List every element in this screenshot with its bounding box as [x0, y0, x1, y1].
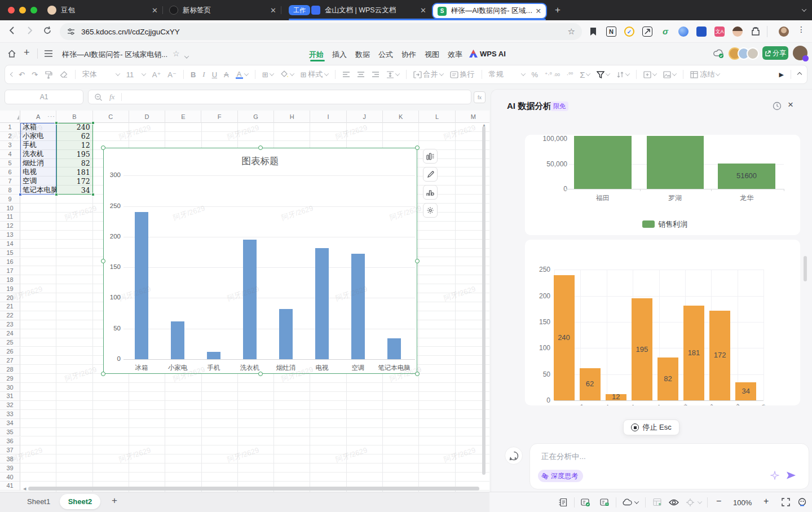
row-header-12[interactable]: 12: [0, 222, 20, 231]
cell-B8[interactable]: 34: [56, 186, 92, 195]
menu-wps-ai[interactable]: WPS AI: [480, 50, 506, 58]
close-tab-icon[interactable]: ✕: [270, 6, 276, 15]
cell-A6[interactable]: 电视: [20, 168, 56, 177]
zoom-out-icon[interactable]: [94, 93, 103, 101]
scroll-left-icon[interactable]: ◀: [23, 487, 26, 491]
bar-福田[interactable]: [574, 136, 632, 189]
outline-icon[interactable]: [558, 498, 567, 507]
align-center-icon[interactable]: [357, 71, 365, 78]
new-tab-button[interactable]: +: [555, 5, 561, 16]
browser-extension-icon[interactable]: [678, 27, 689, 37]
row-header-18[interactable]: 18: [0, 275, 20, 284]
doc-title[interactable]: 样张—AI数据问答- 区域家电销...: [62, 50, 167, 60]
cell-A3[interactable]: 手机: [20, 141, 56, 150]
row-header-39[interactable]: 39: [0, 464, 20, 473]
row-header-8[interactable]: 8: [0, 186, 20, 195]
row-header-15[interactable]: 15: [0, 249, 20, 258]
tab-newtab[interactable]: 新标签页 ✕: [169, 0, 276, 20]
vertical-align-icon[interactable]: [386, 71, 399, 78]
bookmark-extension-icon[interactable]: [588, 27, 598, 37]
home-icon[interactable]: [7, 48, 17, 59]
bar-笔记本电脑[interactable]: [387, 338, 401, 359]
row-header-29[interactable]: 29: [0, 374, 20, 383]
row-header-6[interactable]: 6: [0, 168, 20, 177]
close-tab-icon[interactable]: ✕: [536, 7, 541, 15]
cell-B2[interactable]: 62: [56, 132, 92, 141]
chart-handle[interactable]: [258, 372, 263, 376]
close-tab-icon[interactable]: ✕: [152, 6, 158, 15]
column-header-F[interactable]: F: [202, 111, 238, 123]
bar-小家电[interactable]: [171, 321, 184, 359]
strikethrough-icon[interactable]: A: [224, 70, 229, 79]
forward-icon[interactable]: [24, 25, 35, 36]
row-header-3[interactable]: 3: [0, 141, 20, 150]
selection-handle[interactable]: [91, 121, 95, 125]
toolbar-collapse-left-icon[interactable]: [10, 72, 15, 77]
selection-handle[interactable]: [55, 193, 58, 196]
close-tab-icon[interactable]: ✕: [420, 6, 426, 15]
insert-cells-icon[interactable]: [643, 71, 656, 78]
site-settings-icon[interactable]: [67, 27, 76, 36]
name-box[interactable]: A1: [5, 90, 83, 104]
autosum-icon[interactable]: Σ: [580, 70, 590, 80]
row-header-24[interactable]: 24: [0, 329, 20, 338]
row-header-4[interactable]: 4: [0, 150, 20, 159]
profile-avatar[interactable]: [779, 27, 789, 37]
row-header-10[interactable]: 10: [0, 204, 20, 213]
minimize-window-button[interactable]: [19, 7, 26, 14]
zoom-out-button[interactable]: −: [716, 496, 721, 506]
decrease-font-icon[interactable]: A⁻: [167, 70, 176, 79]
tab-group-label[interactable]: 工作: [289, 5, 310, 15]
blue-extension-icon[interactable]: [696, 27, 707, 37]
new-doc-icon[interactable]: +: [24, 47, 30, 59]
fill-color-icon[interactable]: [280, 70, 294, 78]
redo-icon[interactable]: ↷: [32, 70, 38, 79]
bar-罗湖[interactable]: [647, 136, 704, 189]
row-header-14[interactable]: 14: [0, 240, 20, 249]
number-format-select[interactable]: 常规: [489, 69, 525, 80]
sort-icon[interactable]: [616, 71, 629, 78]
menu-view[interactable]: 视图: [425, 50, 439, 60]
row-header-5[interactable]: 5: [0, 159, 20, 168]
row-header-28[interactable]: 28: [0, 365, 20, 374]
column-header-E[interactable]: E: [165, 111, 201, 123]
increase-decimal-icon[interactable]: ·⁰⁰: [567, 72, 573, 78]
bookmark-star-icon[interactable]: ☆: [568, 27, 575, 37]
row-header-41[interactable]: 41: [0, 482, 20, 491]
cell-B6[interactable]: 181: [56, 168, 92, 177]
menu-collab[interactable]: 协作: [401, 50, 416, 60]
toolbar-more-icon[interactable]: ▶: [779, 71, 784, 78]
menu-hamburger-icon[interactable]: [44, 49, 53, 58]
decrease-decimal-icon[interactable]: ⁺·⁰.00: [545, 72, 560, 78]
translate-extension-icon[interactable]: 文A: [714, 27, 725, 37]
selection-handle[interactable]: [55, 121, 58, 125]
filter-icon[interactable]: [597, 71, 610, 78]
row-header-36[interactable]: 36: [0, 437, 20, 446]
row-header-25[interactable]: 25: [0, 338, 20, 347]
align-right-icon[interactable]: [372, 71, 379, 78]
row-header-40[interactable]: 40: [0, 473, 20, 482]
row-header-35[interactable]: 35: [0, 428, 20, 437]
horizontal-scrollbar[interactable]: [28, 487, 479, 491]
bar-手机[interactable]: [207, 352, 220, 359]
row-header-23[interactable]: 23: [0, 320, 20, 329]
column-header-G[interactable]: G: [238, 111, 274, 123]
chart-data-button[interactable]: [423, 185, 438, 200]
eraser-icon[interactable]: [60, 70, 68, 79]
row-header-34[interactable]: 34: [0, 419, 20, 428]
chart-type-button[interactable]: [423, 149, 438, 164]
browser-menu-icon[interactable]: ⋮: [797, 25, 805, 34]
selection-handle[interactable]: [19, 193, 22, 196]
font-family-select[interactable]: 宋体: [82, 69, 120, 80]
insert-image-icon[interactable]: [663, 71, 676, 78]
column-header-M[interactable]: M: [456, 111, 489, 123]
send-icon[interactable]: [786, 471, 796, 480]
chart-handle[interactable]: [101, 145, 105, 150]
merge-cells-icon[interactable]: 合并: [413, 69, 443, 80]
notion-extension-icon[interactable]: N: [606, 27, 616, 37]
vertical-scrollbar[interactable]: [482, 126, 486, 475]
wrap-text-icon[interactable]: 换行: [450, 69, 475, 80]
zoom-in-button[interactable]: +: [764, 496, 769, 506]
row-header-16[interactable]: 16: [0, 258, 20, 267]
column-header-J[interactable]: J: [347, 111, 383, 123]
